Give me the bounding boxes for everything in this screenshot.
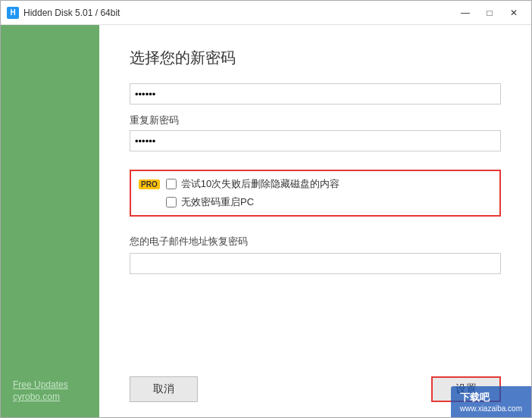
cyrobo-link[interactable]: cyrobo.com bbox=[13, 391, 99, 402]
app-icon: H bbox=[7, 7, 19, 19]
reboot-pc-label: 无效密码重启PC bbox=[181, 195, 254, 209]
free-updates-link[interactable]: Free Updates bbox=[13, 379, 99, 390]
password-field-group bbox=[130, 83, 501, 104]
repeat-password-label: 重复新密码 bbox=[130, 114, 501, 127]
repeat-password-field-group: 重复新密码 bbox=[130, 114, 501, 151]
window-body: Free Updates cyrobo.com 选择您的新密码 重复新密码 PR… bbox=[1, 25, 531, 417]
password-input[interactable] bbox=[130, 83, 501, 104]
app-icon-letter: H bbox=[10, 8, 15, 17]
reboot-pc-checkbox[interactable] bbox=[166, 197, 177, 207]
window-controls: — □ ✕ bbox=[454, 5, 525, 21]
sidebar-links: Free Updates cyrobo.com bbox=[13, 379, 99, 402]
cancel-button[interactable]: 取消 bbox=[130, 376, 198, 402]
minimize-button[interactable]: — bbox=[454, 5, 477, 21]
repeat-password-input[interactable] bbox=[130, 130, 501, 151]
main-content: 选择您的新密码 重复新密码 PRO 尝试10次失败后删除隐藏磁盘的内容 bbox=[99, 25, 531, 417]
checkbox-row-2: 无效密码重启PC bbox=[139, 195, 492, 209]
email-label: 您的电子邮件地址恢复密码 bbox=[130, 235, 501, 248]
window-title: Hidden Disk 5.01 / 64bit bbox=[23, 8, 454, 18]
main-window: H Hidden Disk 5.01 / 64bit — □ ✕ Free Up… bbox=[0, 0, 532, 418]
sidebar: Free Updates cyrobo.com bbox=[1, 25, 99, 417]
title-bar: H Hidden Disk 5.01 / 64bit — □ ✕ bbox=[1, 1, 531, 25]
bottom-buttons: 取消 设置 bbox=[130, 376, 501, 402]
pro-badge: PRO bbox=[139, 179, 160, 189]
delete-content-label: 尝试10次失败后删除隐藏磁盘的内容 bbox=[181, 177, 340, 191]
confirm-button[interactable]: 设置 bbox=[431, 376, 501, 402]
delete-content-checkbox[interactable] bbox=[166, 179, 177, 189]
email-section: 您的电子邮件地址恢复密码 bbox=[130, 235, 501, 274]
checkbox-row-1: PRO 尝试10次失败后删除隐藏磁盘的内容 bbox=[139, 177, 492, 191]
maximize-button[interactable]: □ bbox=[478, 5, 501, 21]
close-button[interactable]: ✕ bbox=[502, 5, 525, 21]
email-input[interactable] bbox=[130, 253, 501, 274]
page-title: 选择您的新密码 bbox=[130, 48, 501, 68]
security-options-group: PRO 尝试10次失败后删除隐藏磁盘的内容 无效密码重启PC bbox=[130, 170, 501, 217]
